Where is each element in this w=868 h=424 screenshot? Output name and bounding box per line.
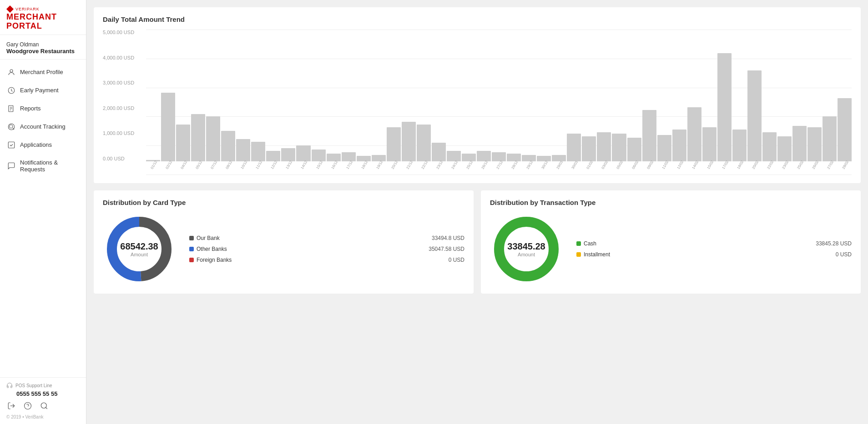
bar[interactable] — [762, 132, 777, 161]
nav-label-applications: Applications — [20, 141, 52, 148]
nav-label-merchant-profile: Merchant Profile — [20, 69, 63, 75]
y-axis: 0.00 USD1,000.00 USD2,000.00 USD3,000.00… — [103, 30, 144, 161]
bar[interactable] — [221, 131, 235, 161]
y-axis-label: 0.00 USD — [103, 156, 144, 161]
transaction-type-card: Distribution by Transaction Type 33845.2… — [481, 190, 861, 294]
bar[interactable] — [823, 116, 837, 161]
logout-icon — [7, 402, 15, 410]
legend-label: Cash — [584, 240, 596, 247]
transaction-type-donut-section: 33845.28 Amount Cash 33845.28 USD Instal… — [490, 213, 852, 285]
sidebar-bottom: POS Support Line 0555 555 55 55 © 2019 •… — [0, 377, 86, 424]
legend-label: Other Banks — [197, 246, 227, 252]
legend-left: Cash — [576, 240, 596, 247]
legend-left: Foreign Banks — [189, 257, 232, 263]
bar[interactable] — [687, 107, 701, 161]
logo-area: VERIPARK MERCHANT PORTAL — [0, 0, 86, 35]
user-section: Gary Oldman Woodgrove Restaurants — [0, 35, 86, 60]
bar[interactable] — [567, 134, 581, 161]
bar[interactable] — [747, 70, 762, 161]
card-type-card: Distribution by Card Type 68542.38 Amoun… — [94, 190, 474, 294]
bar[interactable] — [732, 130, 747, 161]
legend-item: Our Bank 33494.8 USD — [189, 235, 464, 241]
bar[interactable] — [597, 132, 611, 161]
svg-point-6 — [10, 125, 13, 128]
bar[interactable] — [717, 53, 732, 161]
bar[interactable] — [612, 134, 626, 161]
person-icon — [7, 68, 15, 76]
bar[interactable] — [161, 93, 175, 161]
card-type-donut-section: 68542.38 Amount Our Bank 33494.8 USD Oth… — [103, 213, 464, 285]
user-company: Woodgrove Restaurants — [6, 48, 80, 55]
bar[interactable] — [191, 114, 205, 161]
nav-label-account-tracking: Account Tracking — [20, 123, 66, 130]
bar[interactable] — [582, 136, 596, 161]
bar[interactable] — [657, 135, 671, 161]
nav-item-merchant-profile[interactable]: Merchant Profile — [0, 63, 86, 81]
search-button[interactable] — [39, 401, 49, 411]
nav-item-reports[interactable]: Reports — [0, 100, 86, 118]
bar[interactable] — [777, 136, 792, 161]
daily-chart-title: Daily Total Amount Trend — [103, 15, 852, 23]
card-type-label: Amount — [120, 252, 158, 257]
bar[interactable] — [251, 142, 265, 162]
nav-label-reports: Reports — [20, 105, 41, 112]
chat-icon — [7, 162, 15, 170]
card-type-legend: Our Bank 33494.8 USD Other Banks 35047.5… — [189, 235, 464, 263]
bar[interactable] — [402, 122, 416, 161]
bar[interactable] — [702, 127, 717, 161]
bar[interactable] — [236, 139, 250, 161]
daily-chart-card: Daily Total Amount Trend 0.00 USD1,000.0… — [94, 7, 861, 183]
transaction-type-center: 33845.28 Amount — [507, 241, 545, 257]
legend-amount: 0 USD — [836, 251, 852, 258]
y-axis-label: 2,000.00 USD — [103, 105, 144, 111]
card-type-value: 68542.38 — [120, 241, 158, 252]
legend-left: Installment — [576, 251, 610, 258]
bars-row — [146, 30, 852, 161]
bottom-row: Distribution by Card Type 68542.38 Amoun… — [94, 190, 861, 294]
legend-item: Cash 33845.28 USD — [576, 240, 852, 247]
svg-rect-9 — [8, 142, 15, 148]
bar[interactable] — [838, 98, 852, 161]
svg-point-11 — [25, 403, 31, 409]
clock-icon — [7, 86, 15, 95]
card-type-title: Distribution by Card Type — [103, 199, 464, 206]
transaction-type-donut: 33845.28 Amount — [490, 213, 563, 285]
nav-item-early-payment[interactable]: Early Payment — [0, 81, 86, 100]
card-type-donut: 68542.38 Amount — [103, 213, 176, 285]
legend-label: Foreign Banks — [197, 257, 232, 263]
transaction-type-legend: Cash 33845.28 USD Installment 0 USD — [576, 240, 852, 258]
bar[interactable] — [642, 110, 656, 161]
logout-button[interactable] — [6, 401, 16, 411]
legend-dot — [189, 236, 194, 240]
transaction-type-title: Distribution by Transaction Type — [490, 199, 852, 206]
bar[interactable] — [417, 125, 431, 161]
chart-body: 01/1202/1204/1205/1207/1208/1210/1211/12… — [146, 30, 852, 175]
bar[interactable] — [627, 138, 641, 161]
main-content: Daily Total Amount Trend 0.00 USD1,000.0… — [86, 0, 868, 424]
card-type-center: 68542.38 Amount — [120, 241, 158, 257]
bar[interactable] — [176, 125, 190, 161]
legend-label: Installment — [584, 251, 610, 258]
legend-dot — [576, 252, 581, 257]
help-icon — [24, 402, 32, 410]
bar[interactable] — [206, 116, 220, 161]
legend-label: Our Bank — [197, 235, 220, 241]
svg-line-14 — [45, 407, 47, 409]
svg-point-13 — [41, 403, 46, 408]
support-label: POS Support Line — [15, 383, 52, 388]
bar[interactable] — [672, 130, 686, 161]
search-icon — [40, 402, 48, 410]
nav-item-notifications[interactable]: Notifications & Requests — [0, 154, 86, 178]
bar[interactable] — [807, 127, 822, 161]
nav-item-applications[interactable]: Applications — [0, 136, 86, 154]
sidebar: VERIPARK MERCHANT PORTAL Gary Oldman Woo… — [0, 0, 86, 424]
nav-item-account-tracking[interactable]: Account Tracking — [0, 118, 86, 136]
nav-label-notifications: Notifications & Requests — [20, 159, 79, 173]
help-button[interactable] — [23, 401, 33, 411]
bar[interactable] — [792, 126, 807, 161]
legend-amount: 33845.28 USD — [816, 240, 852, 247]
bar[interactable] — [387, 127, 401, 161]
transaction-type-label: Amount — [507, 252, 545, 257]
y-axis-label: 1,000.00 USD — [103, 130, 144, 136]
legend-amount: 35047.58 USD — [429, 246, 464, 252]
